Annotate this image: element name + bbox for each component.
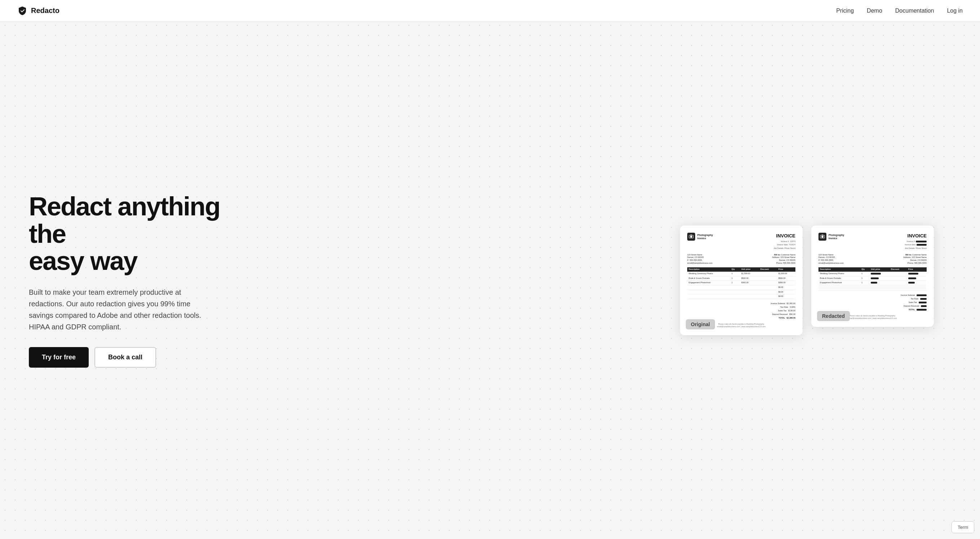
redact-price-2 <box>871 277 879 279</box>
redact-subtotal <box>916 294 927 296</box>
redact-total-2 <box>908 277 916 279</box>
table-row: Wedding Ceremony Photos 1 $1,500.00 $1,5… <box>687 272 795 276</box>
table-row: $0.00 <box>687 294 795 299</box>
table-row: $0.00 <box>687 285 795 290</box>
camera-icon <box>687 233 695 241</box>
col-price: Price <box>777 267 795 272</box>
invoice-redacted-title-block: INVOICE Invoice #: Invoice date: Job Det… <box>905 233 927 250</box>
invoice-redacted-number: Invoice #: <box>905 240 927 243</box>
invoice-totals: Invoice Subtotal $2,300.00 Tax Rate 6.00… <box>687 302 795 320</box>
invoice-redacted-card: PhotographyInvoice INVOICE Invoice #: In… <box>811 225 934 327</box>
table-row: Engagement Photoshoot 1 <box>818 281 927 285</box>
table-row <box>818 289 927 291</box>
invoice-date: Invoice date: 7/19/24 <box>773 244 795 246</box>
invoice-redacted-bill-to: Bill to: Customer Name Address: 123 Stre… <box>903 254 927 265</box>
invoice-logo: PhotographyInvoice <box>687 233 713 241</box>
nav-logo[interactable]: Redacto <box>17 6 59 16</box>
invoice-bill-to: Bill to: Customer Name Address: 123 Stre… <box>772 254 795 265</box>
invoice-company-name: PhotographyInvoice <box>697 233 713 241</box>
camera-icon-redacted <box>818 233 826 241</box>
invoice-redacted-addresses: 123 Street NameDenver, CO 80205P: 555-55… <box>818 254 927 265</box>
redact-date <box>916 244 927 246</box>
col-unit-price: Unit price <box>740 267 759 272</box>
invoice-redacted-title: INVOICE <box>905 233 927 239</box>
table-row: Engagement Photoshoot 1 $300.00 $300.00 <box>687 281 795 285</box>
invoice-original-card: PhotographyInvoice INVOICE Invoice #: 12… <box>680 225 803 335</box>
redact-sales-tax <box>919 301 927 303</box>
invoice-redacted-totals: Invoice Subtotal Tax Rate Sales Tax Depo… <box>818 294 927 311</box>
redact-price-3 <box>871 282 877 284</box>
nav-links: Pricing Demo Documentation Log in <box>836 8 963 14</box>
invoice-redacted-content: PhotographyInvoice INVOICE Invoice #: In… <box>818 233 927 319</box>
nav-demo[interactable]: Demo <box>867 8 882 14</box>
invoice-redacted-date: Invoice date: <box>905 244 927 246</box>
logo-text: Redacto <box>31 6 59 15</box>
hero-description: Built to make your team extremely produc… <box>29 287 216 333</box>
nav-documentation[interactable]: Documentation <box>895 8 934 14</box>
table-row: $0.00 <box>687 290 795 294</box>
invoice-table: Description Qty Unit price Discount Pric… <box>687 267 795 299</box>
table-row: Bride & Groom Portraits 1 $500.00 $500.0… <box>687 276 795 281</box>
invoice-addresses: 123 Street NameDenver, CO 80205P: 555-55… <box>687 254 795 265</box>
hero-right: PhotographyInvoice INVOICE Invoice #: 12… <box>663 225 951 335</box>
terms-button[interactable]: Term <box>951 521 974 533</box>
invoice-title-block: INVOICE Invoice #: 12074 Invoice date: 7… <box>773 233 795 250</box>
invoice-title: INVOICE <box>773 233 795 239</box>
redact-deposit <box>921 305 927 307</box>
invoice-number: Invoice #: 12074 <box>773 240 795 243</box>
invoice-job: Job Details: Photo Shoot <box>773 247 795 250</box>
redact-total <box>916 309 927 311</box>
hero-left: Redact anything the easy way Built to ma… <box>29 193 231 368</box>
redact-tax-rate <box>920 298 927 300</box>
invoice-redacted-from: 123 Street NameDenver, CO 80205P: 555-55… <box>818 254 844 265</box>
redact-total-1 <box>908 273 918 274</box>
invoice-from: 123 Street NameDenver, CO 80205P: 555-55… <box>687 254 713 265</box>
invoice-redacted-company: PhotographyInvoice <box>829 233 844 241</box>
svg-point-2 <box>821 236 824 238</box>
invoice-redacted-table: Description Qty Unit price Discount Pric… <box>818 267 927 291</box>
hero-title: Redact anything the easy way <box>29 193 231 275</box>
book-a-call-button[interactable]: Book a call <box>94 347 156 368</box>
shield-icon <box>17 6 27 16</box>
nav-login[interactable]: Log in <box>947 8 963 14</box>
redacted-label: Redacted <box>817 311 850 321</box>
try-for-free-button[interactable]: Try for free <box>29 347 89 368</box>
redact-price-1 <box>871 273 881 274</box>
col-discount: Discount <box>759 267 777 272</box>
col-description: Description <box>687 267 730 272</box>
invoice-original-content: PhotographyInvoice INVOICE Invoice #: 12… <box>687 233 795 328</box>
redact-total-3 <box>908 282 915 284</box>
invoice-redacted-job: Job Details: Photo Shoot <box>905 247 927 250</box>
svg-point-0 <box>690 236 692 238</box>
nav-pricing[interactable]: Pricing <box>836 8 854 14</box>
col-qty: Qty <box>730 267 740 272</box>
redact-invoice-number <box>916 241 927 242</box>
original-label: Original <box>686 319 715 329</box>
hero-section: Redact anything the easy way Built to ma… <box>0 0 980 539</box>
table-row: Bride & Groom Portraits 1 <box>818 276 927 281</box>
invoice-redacted-logo: PhotographyInvoice <box>818 233 844 241</box>
hero-buttons: Try for free Book a call <box>29 347 231 368</box>
table-row: Wedding Ceremony Photos 1 <box>818 272 927 276</box>
